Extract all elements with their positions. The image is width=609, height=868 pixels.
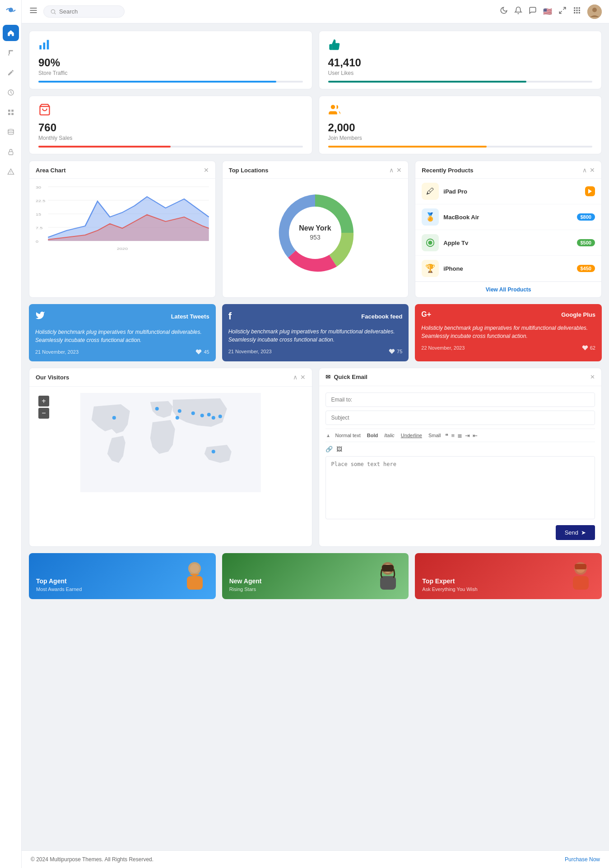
visitors-map-body: + −: [29, 387, 312, 500]
expand-icon[interactable]: [558, 6, 567, 17]
zoom-out-button[interactable]: −: [38, 408, 49, 419]
sidebar-item-alert[interactable]: [3, 164, 19, 180]
facebook-card: f Facebook feed Holisticly benchmark plu…: [222, 304, 409, 361]
monthly-sales-bar: [38, 146, 303, 148]
email-textarea[interactable]: [325, 456, 595, 519]
sidebar-item-database[interactable]: [3, 124, 19, 140]
join-members-bar-fill: [328, 146, 487, 148]
toolbar-italic[interactable]: Italic: [382, 432, 396, 439]
flag-icon[interactable]: 🇺🇸: [543, 7, 552, 16]
email-toolbar: Normal text Bold Italic Underline Small …: [325, 429, 595, 442]
view-all-products-button[interactable]: View All Products: [415, 282, 601, 297]
apps-icon[interactable]: [573, 6, 581, 17]
visitors-collapse[interactable]: ∧: [293, 374, 298, 381]
sidebar-item-edit[interactable]: [3, 65, 19, 81]
facebook-likes-count: 75: [397, 349, 402, 354]
toolbar-image-icon[interactable]: 🖼: [336, 446, 342, 452]
email-icon-row: 🔗 🖼: [325, 446, 595, 452]
svg-rect-19: [579, 7, 580, 9]
google-icon: G+: [421, 310, 431, 319]
header: 🇺🇸: [22, 0, 609, 23]
toolbar-link-icon[interactable]: 🔗: [325, 446, 333, 452]
toolbar-bold[interactable]: Bold: [365, 432, 380, 439]
toolbar-small[interactable]: Small: [427, 432, 443, 439]
svg-rect-24: [576, 12, 578, 14]
hamburger-button[interactable]: [29, 6, 38, 17]
social-cards-row: Latest Tweets Holisticly benchmark plug …: [29, 304, 602, 361]
stat-cards-row: 90% Store Traffic 41,410 User Likes: [29, 31, 602, 154]
svg-rect-18: [576, 7, 578, 9]
chat-icon[interactable]: [529, 6, 537, 17]
top-locations-close[interactable]: ✕: [396, 166, 402, 174]
twitter-date: 21 November, 2023: [35, 349, 79, 355]
top-expert-avatar: [567, 560, 595, 592]
svg-line-15: [563, 7, 566, 9]
quick-email-widget: ✉ Quick Email ✕ Normal text: [319, 368, 602, 547]
toolbar-list1-icon[interactable]: ≡: [451, 432, 455, 439]
sidebar-item-lock[interactable]: [3, 144, 19, 160]
widget-row: Area Chart ✕ 30 22.5 15 7.5 0: [29, 161, 602, 298]
toolbar-list2-icon[interactable]: ≣: [457, 432, 462, 439]
svg-text:0: 0: [36, 239, 38, 243]
svg-line-16: [559, 11, 562, 14]
toolbar-quote-icon[interactable]: ❝: [445, 432, 448, 439]
svg-point-49: [191, 411, 195, 415]
store-traffic-bar: [38, 81, 303, 83]
quick-email-close[interactable]: ✕: [590, 374, 595, 380]
svg-point-9: [10, 173, 11, 174]
facebook-date: 21 November, 2023: [228, 349, 272, 354]
moon-icon[interactable]: [500, 6, 508, 17]
svg-point-48: [178, 409, 181, 413]
sidebar-item-home[interactable]: [3, 25, 19, 41]
sidebar-item-grid[interactable]: [3, 104, 19, 120]
top-locations-collapse[interactable]: ∧: [389, 166, 394, 174]
svg-point-54: [212, 450, 215, 453]
svg-rect-7: [9, 152, 13, 155]
svg-rect-65: [573, 576, 589, 590]
recently-products-close[interactable]: ✕: [590, 166, 595, 174]
email-body: Normal text Bold Italic Underline Small …: [319, 386, 602, 546]
twitter-card: Latest Tweets Holisticly benchmark plug …: [29, 304, 216, 361]
zoom-in-button[interactable]: +: [38, 396, 49, 406]
user-likes-label: User Likes: [328, 70, 593, 76]
product-name-ipad: iPad Pro: [443, 188, 581, 195]
svg-point-50: [200, 414, 204, 417]
toolbar-underline[interactable]: Underline: [399, 432, 424, 439]
bottom-row: Our Visitors ∧ ✕ + −: [29, 368, 602, 547]
toolbar-normal-text[interactable]: Normal text: [334, 432, 363, 439]
area-chart-title: Area Chart: [36, 167, 65, 174]
svg-rect-20: [574, 10, 575, 11]
sidebar-item-clock[interactable]: [3, 84, 19, 101]
product-icon-iphone: 🏆: [422, 260, 439, 277]
new-agent-info: New Agent Rising Stars: [229, 577, 262, 592]
svg-point-52: [212, 416, 215, 420]
area-chart-widget: Area Chart ✕ 30 22.5 15 7.5 0: [29, 161, 216, 298]
new-agent-avatar: [374, 560, 401, 592]
purchase-now-link[interactable]: Purchase Now: [565, 856, 600, 863]
svg-rect-28: [39, 45, 42, 49]
area-chart-body: 30 22.5 15 7.5 0: [29, 179, 215, 263]
toolbar-indent-icon[interactable]: ⇥: [465, 432, 470, 439]
email-subject-input[interactable]: [325, 411, 595, 425]
stat-card-store-traffic: 90% Store Traffic: [29, 31, 312, 89]
twitter-icon: [35, 310, 45, 323]
sidebar-item-music[interactable]: [3, 45, 19, 61]
user-likes-value: 41,410: [328, 56, 593, 69]
email-to-input[interactable]: [325, 392, 595, 407]
user-likes-icon: [328, 38, 593, 54]
send-button[interactable]: Send ➤: [556, 525, 595, 540]
visitors-close[interactable]: ✕: [300, 374, 306, 381]
search-input[interactable]: [59, 8, 113, 15]
avatar[interactable]: [587, 5, 602, 19]
top-agent-sub: Most Awards Earned: [36, 586, 82, 592]
sidebar: [0, 0, 22, 868]
search-box[interactable]: [43, 5, 125, 18]
recently-products-collapse[interactable]: ∧: [582, 166, 587, 174]
product-price-iphone: $450: [577, 265, 595, 272]
area-chart-close[interactable]: ✕: [204, 166, 209, 174]
top-agent-avatar: [181, 560, 209, 592]
donut-center-value: 953: [310, 234, 321, 241]
bell-icon[interactable]: [514, 6, 522, 17]
product-item-macbook: 🏅 MacBook Air $800: [415, 204, 601, 230]
toolbar-outdent-icon[interactable]: ⇤: [473, 432, 478, 439]
